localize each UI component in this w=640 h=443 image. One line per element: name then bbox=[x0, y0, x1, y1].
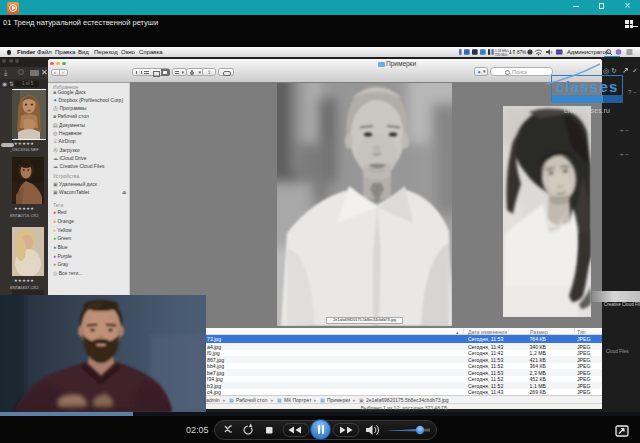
svg-text:87%: 87% bbox=[517, 50, 526, 55]
svg-text:726 КБ/с: 726 КБ/с bbox=[495, 53, 508, 57]
